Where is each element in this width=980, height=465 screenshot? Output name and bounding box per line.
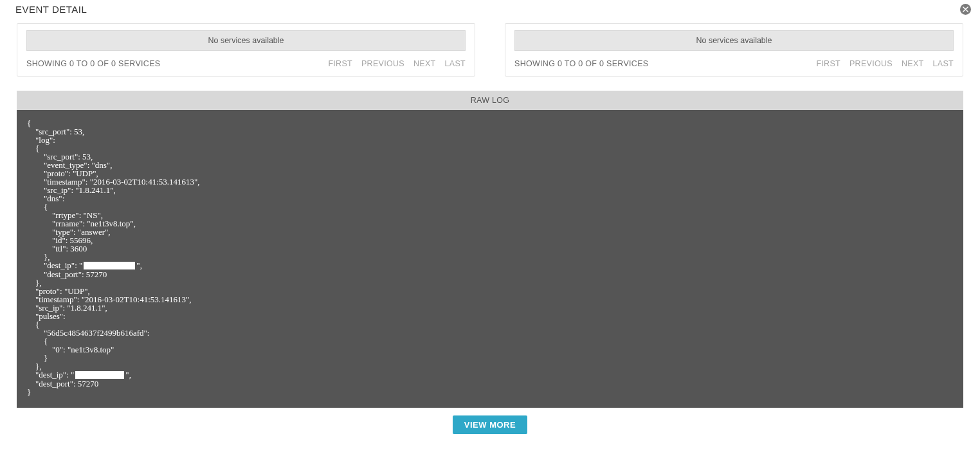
close-icon[interactable] bbox=[960, 4, 971, 15]
modal-header: EVENT DETAIL bbox=[0, 0, 980, 17]
modal-title: EVENT DETAIL bbox=[15, 4, 87, 15]
